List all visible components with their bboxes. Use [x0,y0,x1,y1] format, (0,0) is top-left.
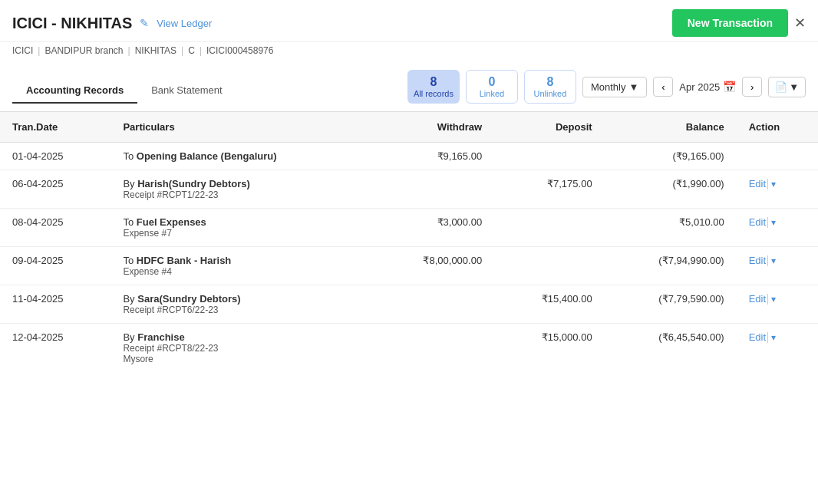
tabs-bar: Accounting Records Bank Statement 8 All … [0,62,818,112]
action-dropdown-icon[interactable]: ▾ [767,294,776,305]
cell-date: 12-04-2025 [0,324,110,373]
cell-withdraw [372,170,494,209]
edit-button[interactable]: Edit [749,255,766,266]
col-deposit: Deposit [494,112,604,143]
table-row: 11-04-2025By Sara(Sundry Debtors)Receipt… [0,285,818,324]
export-icon: 📄 [775,81,787,93]
cell-date: 01-04-2025 [0,143,110,170]
cell-action: Edit▾ [737,170,818,209]
header-right: New Transaction ✕ [672,9,806,37]
cell-deposit: ₹15,000.00 [494,324,604,373]
cell-action [737,143,818,170]
table-row: 06-04-2025By Harish(Sundry Debtors)Recei… [0,170,818,209]
tabs-left: Accounting Records Bank Statement [12,78,236,104]
edit-button[interactable]: Edit [749,178,766,189]
cell-balance: (₹7,79,590.00) [605,285,737,324]
badge-linked[interactable]: 0 Linked [466,70,518,104]
new-transaction-button[interactable]: New Transaction [672,9,788,37]
cell-balance: ₹5,010.00 [605,209,737,247]
transactions-table: Tran.Date Particulars Withdraw Deposit B… [0,112,818,372]
view-ledger-link[interactable]: View Ledger [157,18,212,29]
header-left: ICICI - NIKHITAS ✎ View Ledger [12,15,212,32]
branch-name: BANDIPUR branch [45,45,123,56]
cell-balance: (₹7,94,990.00) [605,247,737,285]
cell-action: Edit▾ [737,247,818,285]
col-action: Action [737,112,818,143]
cell-particulars: To HDFC Bank - HarishExpense #4 [110,247,371,285]
edit-button[interactable]: Edit [749,293,766,305]
cell-action: Edit▾ [737,285,818,324]
cell-particulars: By Sara(Sundry Debtors)Receipt #RCPT6/22… [110,285,371,324]
cell-action: Edit▾ [737,209,818,247]
close-icon[interactable]: ✕ [794,15,806,31]
action-dropdown-icon[interactable]: ▾ [767,217,776,228]
cell-deposit: ₹15,400.00 [494,285,604,324]
tabs-right: 8 All records 0 Linked 8 Unlinked Monthl… [407,70,806,111]
table-row: 12-04-2025By FranchiseReceipt #RCPT8/22-… [0,324,818,373]
next-month-button[interactable]: › [742,77,762,97]
account-holder: NIKHITAS [135,45,176,56]
cell-action: Edit▾ [737,324,818,373]
cell-particulars: By Harish(Sundry Debtors)Receipt #RCPT1/… [110,170,371,209]
edit-button[interactable]: Edit [749,331,766,343]
cell-withdraw [372,324,494,373]
account-number: ICICI000458976 [206,45,273,56]
bank-name: ICICI [12,45,33,56]
prev-month-button[interactable]: ‹ [653,77,673,97]
cell-date: 08-04-2025 [0,209,110,247]
col-balance: Balance [605,112,737,143]
cell-date: 09-04-2025 [0,247,110,285]
cell-deposit [494,209,604,247]
month-label: Apr 2025 📅 [679,81,736,93]
table-row: 09-04-2025To HDFC Bank - HarishExpense #… [0,247,818,285]
monthly-dropdown[interactable]: Monthly ▼ [582,77,647,97]
cell-withdraw: ₹8,00,000.00 [372,247,494,285]
col-tran-date: Tran.Date [0,112,110,143]
export-dropdown-icon: ▼ [789,81,799,93]
cell-date: 06-04-2025 [0,170,110,209]
table-row: 01-04-2025To Opening Balance (Bengaluru)… [0,143,818,170]
cell-particulars: To Fuel ExpensesExpense #7 [110,209,371,247]
tab-accounting-records[interactable]: Accounting Records [12,78,137,104]
cell-deposit: ₹7,175.00 [494,170,604,209]
table-row: 08-04-2025To Fuel ExpensesExpense #7₹3,0… [0,209,818,247]
account-type: C [188,45,195,56]
edit-button[interactable]: Edit [749,216,766,228]
action-dropdown-icon[interactable]: ▾ [767,255,776,266]
action-dropdown-icon[interactable]: ▾ [767,332,776,343]
cell-deposit [494,143,604,170]
tab-bank-statement[interactable]: Bank Statement [137,78,236,104]
cell-balance: (₹6,45,540.00) [605,324,737,373]
cell-date: 11-04-2025 [0,285,110,324]
badge-all-records[interactable]: 8 All records [407,70,460,104]
chevron-down-icon: ▼ [628,81,638,93]
page-title: ICICI - NIKHITAS [12,15,132,32]
col-particulars: Particulars [110,112,371,143]
subheader: ICICI | BANDIPUR branch | NIKHITAS | C |… [0,42,818,62]
export-button[interactable]: 📄 ▼ [768,77,806,97]
table-header-row: Tran.Date Particulars Withdraw Deposit B… [0,112,818,143]
action-dropdown-icon[interactable]: ▾ [767,179,776,189]
col-withdraw: Withdraw [372,112,494,143]
cell-withdraw: ₹9,165.00 [372,143,494,170]
cell-particulars: To Opening Balance (Bengaluru) [110,143,371,170]
cell-balance: (₹9,165.00) [605,143,737,170]
cell-withdraw: ₹3,000.00 [372,209,494,247]
transactions-table-wrapper: Tran.Date Particulars Withdraw Deposit B… [0,112,818,372]
calendar-icon: 📅 [723,81,736,93]
header: ICICI - NIKHITAS ✎ View Ledger New Trans… [0,0,818,42]
edit-icon[interactable]: ✎ [140,17,149,29]
cell-particulars: By FranchiseReceipt #RCPT8/22-23Mysore [110,324,371,373]
cell-deposit [494,247,604,285]
cell-withdraw [372,285,494,324]
cell-balance: (₹1,990.00) [605,170,737,209]
badge-unlinked[interactable]: 8 Unlinked [524,70,576,104]
